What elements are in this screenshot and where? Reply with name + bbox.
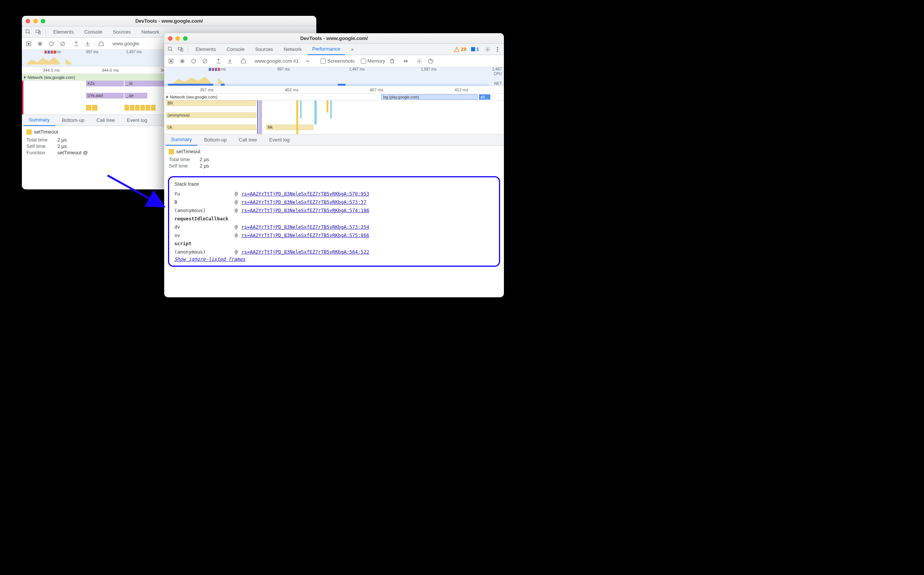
tab-calltree[interactable]: Call tree — [234, 134, 262, 146]
tick: 1,497 ms — [349, 67, 365, 71]
inspect-icon[interactable] — [24, 28, 32, 36]
tab-console[interactable]: Console — [222, 44, 249, 55]
tab-elements[interactable]: Elements — [49, 26, 78, 38]
devtools-window-front: DevTools - www.google.com/ Elements Cons… — [164, 33, 504, 297]
gc-icon[interactable] — [388, 57, 397, 66]
svg-point-13 — [497, 51, 498, 51]
source-link[interactable]: rs=AA2YrTtTjPD_83NeleSxfEZ7rTB5vRKbgA:57… — [242, 231, 369, 240]
flame-chart[interactable]: BN (anonymous) Uk hzhz Mk S h BN — [164, 100, 504, 134]
issues-badge[interactable]: 1 — [471, 46, 479, 52]
tab-console[interactable]: Console — [80, 26, 107, 38]
settings-icon[interactable] — [483, 45, 492, 54]
tab-sources[interactable]: Sources — [251, 44, 278, 55]
tab-more[interactable]: » — [347, 44, 358, 55]
download-icon[interactable] — [83, 39, 92, 48]
minimize-icon[interactable] — [33, 19, 38, 24]
record-icon[interactable] — [178, 57, 187, 66]
source-link[interactable]: rs=AA2YrTtTjPD_83NeleSxfEZ7rTB5vRKbgA:57… — [242, 190, 369, 198]
source-link[interactable]: rs=AA2YrTtTjPD_83NeleSxfEZ7rTB5vRKbgA:56… — [242, 248, 369, 256]
show-ignored-frames-link[interactable]: Show ignore-listed frames — [174, 256, 494, 262]
category-chip — [26, 129, 32, 135]
frame-markers — [45, 51, 56, 54]
net-request[interactable]: a9… — [479, 94, 490, 100]
record-icon[interactable] — [35, 39, 45, 48]
help-icon[interactable] — [426, 57, 435, 66]
expand-icon[interactable] — [167, 95, 169, 98]
tab-summary[interactable]: Summary — [24, 115, 55, 126]
recording-select[interactable]: www.google.com #1 — [253, 58, 301, 64]
tick: 1,997 ms — [421, 67, 436, 71]
warnings-badge[interactable]: 29 — [454, 46, 466, 52]
issue-icon — [471, 47, 475, 51]
flame-cell[interactable]: Mk — [266, 124, 313, 130]
source-link[interactable]: rs=AA2YrTtTjPD_83NeleSxfEZ7rTB5vRKbgA:57… — [242, 198, 366, 206]
memory-checkbox[interactable]: Memory — [361, 58, 385, 64]
net-request[interactable]: log (play.google.com) — [381, 94, 477, 100]
tab-performance[interactable]: Performance — [308, 44, 345, 55]
clear-icon[interactable] — [200, 57, 210, 66]
stack-frame: (anonymous)@rs=AA2YrTtTjPD_83NeleSxfEZ7r… — [174, 206, 494, 215]
titlebar[interactable]: DevTools - www.google.com/ — [164, 33, 504, 44]
event-name: setTimeout — [34, 129, 58, 135]
tab-bottomup[interactable]: Bottom-up — [57, 115, 90, 126]
window-title: DevTools - www.google.com/ — [168, 35, 500, 41]
inspect-icon[interactable] — [167, 45, 175, 54]
flame-cell[interactable]: _.qe — [124, 93, 147, 98]
tab-network[interactable]: Network — [279, 44, 307, 55]
toggle-panel-icon[interactable] — [24, 39, 33, 48]
source-link[interactable]: rs=AA2YrTtTjPD_83NeleSxfEZ7rTB5vRKbgA:57… — [242, 223, 369, 231]
tab-eventlog[interactable]: Event log — [264, 134, 295, 146]
home-icon[interactable] — [97, 39, 106, 48]
cpu-label: CPU — [494, 72, 502, 76]
reload-icon[interactable] — [47, 39, 56, 48]
maximize-icon[interactable] — [183, 36, 188, 41]
tab-eventlog[interactable]: Event log — [122, 115, 153, 126]
tab-network[interactable]: Network — [137, 26, 164, 38]
device-icon[interactable] — [176, 45, 184, 54]
shortcuts-icon[interactable] — [401, 57, 410, 66]
upload-icon[interactable] — [214, 57, 223, 66]
device-icon[interactable] — [34, 28, 42, 36]
upload-icon[interactable] — [72, 39, 81, 48]
stack-trace-heading: Stack trace — [174, 181, 494, 187]
maximize-icon[interactable] — [41, 19, 45, 24]
traffic-lights — [168, 36, 188, 41]
titlebar[interactable]: DevTools - www.google.com/ — [22, 16, 316, 26]
settings-icon[interactable] — [415, 57, 424, 66]
screenshots-checkbox[interactable]: Screenshots — [320, 58, 355, 64]
perf-toolbar: www.google.com #1 Screenshots Memory — [164, 55, 504, 67]
clear-icon[interactable] — [58, 39, 67, 48]
home-icon[interactable] — [239, 57, 248, 66]
flame-cell[interactable]: KZa — [86, 81, 124, 86]
minimize-icon[interactable] — [175, 36, 180, 41]
overview-minimap[interactable]: ms 997 ms 1,497 ms 1,997 ms 2,497 CPU NE… — [164, 67, 504, 86]
network-row[interactable]: Network (ww.google.com) log (play.google… — [164, 94, 504, 100]
tab-sources[interactable]: Sources — [108, 26, 135, 38]
network-label: Network (ww.google.com) — [170, 95, 218, 99]
tab-summary[interactable]: Summary — [166, 134, 197, 146]
stack-group: script — [174, 240, 494, 248]
reload-icon[interactable] — [189, 57, 198, 66]
flame-cell[interactable]: (anonymous) — [166, 113, 257, 118]
url-label: www.google. — [110, 41, 143, 46]
tick: 997 ms — [86, 50, 99, 54]
flame-cell[interactable]: BN — [166, 100, 257, 106]
stack-frame: Yu@rs=AA2YrTtTjPD_83NeleSxfEZ7rTB5vRKbgA… — [174, 190, 494, 198]
expand-icon[interactable] — [24, 76, 26, 79]
tab-calltree[interactable]: Call tree — [91, 115, 120, 126]
svg-point-10 — [487, 49, 488, 50]
close-icon[interactable] — [25, 19, 30, 24]
source-link[interactable]: rs=AA2YrTtTjPD_83NeleSxfEZ7rTB5vRKbgA:57… — [242, 206, 369, 215]
stack-frame: ov@rs=AA2YrTtTjPD_83NeleSxfEZ7rTB5vRKbgA… — [174, 231, 494, 240]
flame-cell[interactable]: _.Id — [124, 81, 166, 86]
download-icon[interactable] — [225, 57, 234, 66]
toggle-panel-icon[interactable] — [167, 57, 175, 66]
flame-cell[interactable]: UYa.start — [86, 93, 124, 98]
tick: 2,497 — [492, 67, 502, 71]
close-icon[interactable] — [168, 36, 172, 41]
tab-bottomup[interactable]: Bottom-up — [199, 134, 232, 146]
more-icon[interactable] — [493, 45, 502, 54]
chevron-down-icon[interactable] — [303, 57, 312, 66]
svg-point-11 — [497, 47, 498, 48]
tab-elements[interactable]: Elements — [191, 44, 220, 55]
